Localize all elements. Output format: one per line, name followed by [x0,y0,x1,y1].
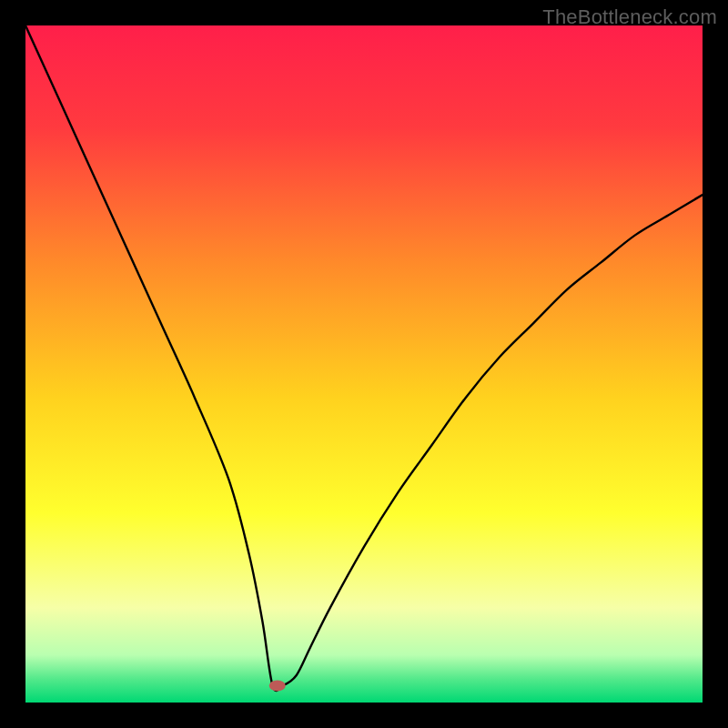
watermark-text: TheBottleneck.com [542,5,717,29]
chart-frame: TheBottleneck.com [0,0,728,728]
plot-area [25,25,703,703]
gradient-background [25,25,703,703]
bottleneck-chart [25,25,703,703]
optimum-marker [269,680,286,691]
